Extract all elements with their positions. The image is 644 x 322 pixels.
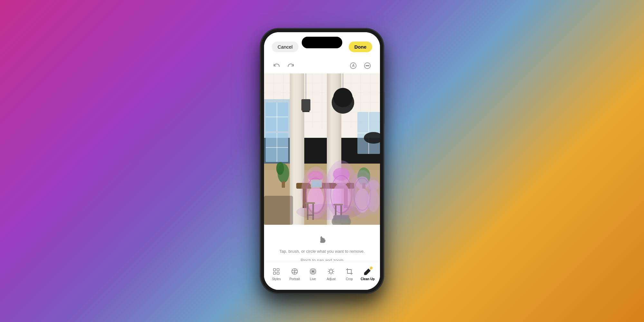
svg-rect-82: [264, 196, 293, 225]
svg-rect-85: [277, 269, 279, 271]
svg-point-81: [296, 204, 361, 220]
mute-button: [260, 71, 261, 82]
bottom-section: Tap, brush, or circle what you want to r…: [264, 225, 380, 290]
cafe-photo: [264, 73, 380, 225]
hint-text-line1: Tap, brush, or circle what you want to r…: [279, 248, 365, 255]
power-button: [383, 92, 384, 124]
svg-point-5: [368, 65, 369, 66]
crop-icon: [345, 267, 354, 276]
portrait-label: Portrait: [289, 277, 300, 281]
svg-point-91: [312, 270, 314, 272]
svg-line-98: [329, 269, 330, 270]
cleanup-icon: [363, 267, 372, 276]
more-button[interactable]: [363, 61, 372, 71]
markup-icon: A: [350, 62, 357, 69]
dynamic-island: [302, 37, 342, 48]
tool-styles[interactable]: Styles: [268, 267, 284, 281]
svg-rect-38: [301, 99, 310, 111]
svg-rect-87: [277, 272, 279, 274]
styles-label: Styles: [272, 277, 281, 281]
brush-hint-icon: [316, 232, 328, 246]
svg-point-4: [367, 65, 368, 66]
svg-rect-39: [302, 111, 309, 112]
redo-icon: [287, 62, 294, 69]
redo-button[interactable]: [286, 61, 296, 71]
phone-screen: Cancel Done: [264, 32, 380, 290]
live-icon: [308, 267, 317, 276]
tool-adjust[interactable]: Adjust: [323, 267, 339, 281]
cancel-button[interactable]: Cancel: [272, 42, 298, 52]
svg-line-99: [332, 273, 334, 274]
svg-point-3: [366, 65, 366, 66]
crop-label: Crop: [346, 277, 353, 281]
tool-crop[interactable]: Crop: [341, 267, 357, 281]
svg-rect-84: [273, 269, 276, 271]
bottom-toolbar: Styles f Portr: [264, 261, 380, 290]
svg-line-100: [332, 269, 334, 270]
toolbar-left: [272, 61, 296, 71]
portrait-icon: f: [290, 267, 299, 276]
adjust-label: Adjust: [327, 277, 336, 281]
markup-button[interactable]: A: [348, 61, 358, 71]
volume-up-button: [260, 89, 261, 111]
styles-icon: [272, 267, 281, 276]
cleanup-active-dot: [370, 267, 373, 269]
phone-shell: Cancel Done: [261, 29, 383, 293]
more-icon: [364, 62, 371, 69]
svg-rect-45: [282, 181, 285, 188]
tool-portrait[interactable]: f Portrait: [287, 267, 303, 281]
phone-frame: Cancel Done: [261, 29, 383, 293]
svg-line-101: [329, 273, 330, 274]
live-label: Live: [310, 277, 316, 281]
adjust-icon: [327, 267, 336, 276]
volume-down-button: [260, 114, 261, 137]
svg-point-42: [333, 88, 353, 107]
hint-area: Tap, brush, or circle what you want to r…: [264, 225, 380, 263]
svg-point-44: [276, 162, 284, 175]
svg-rect-86: [273, 272, 276, 274]
undo-button[interactable]: [272, 61, 281, 71]
cleanup-label: Clean Up: [361, 277, 374, 281]
svg-text:A: A: [352, 63, 355, 68]
toolbar-right: A: [348, 61, 372, 71]
done-button[interactable]: Done: [349, 42, 373, 52]
tool-live[interactable]: Live: [305, 267, 321, 281]
remove-hint-icon: [316, 232, 328, 243]
photo-area: [264, 73, 380, 225]
edit-toolbar: A: [264, 58, 380, 73]
svg-point-93: [329, 270, 333, 273]
tool-cleanup[interactable]: Clean Up: [360, 267, 376, 281]
undo-icon: [273, 62, 280, 69]
